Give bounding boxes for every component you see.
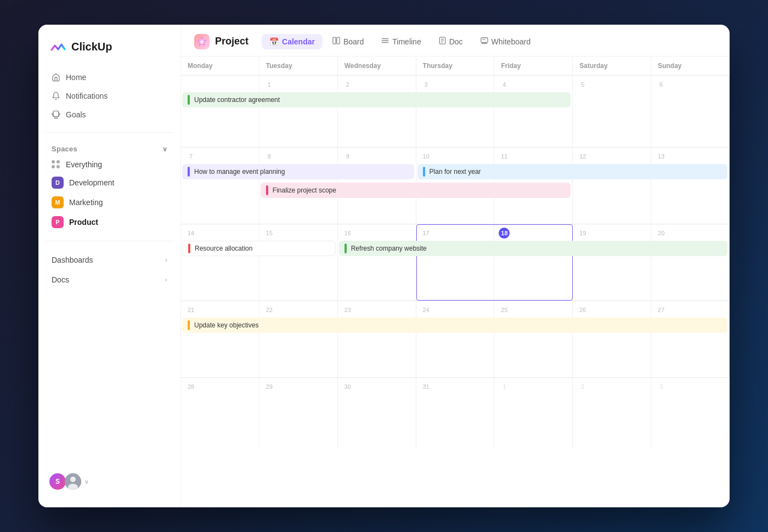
event-bar-resource[interactable]: Resource allocation — [182, 241, 336, 256]
doc-tab-icon — [439, 37, 446, 46]
user-chevron-icon[interactable]: ∨ — [84, 478, 89, 485]
cell-w5-mon: 28 — [181, 378, 259, 449]
trophy-icon — [52, 110, 60, 119]
event-label: Update contractor agreement — [194, 96, 280, 104]
whiteboard-tab-label: Whiteboard — [492, 37, 531, 46]
avatar-photo — [65, 473, 81, 490]
svg-rect-1 — [53, 111, 58, 116]
event-label-5: Resource allocation — [195, 245, 252, 252]
calendar-body: 1 2 3 4 5 6 Update contractor agreement — [181, 76, 730, 507]
cell-w4-mon: 21 — [181, 301, 259, 377]
event-bar-refresh-website[interactable]: Refresh company website — [339, 241, 727, 256]
sidebar-item-marketing[interactable]: M Marketing — [38, 193, 180, 212]
calendar-tab-label: Calendar — [282, 37, 315, 46]
event-bar-update-contractor[interactable]: Update contractor agreement — [182, 92, 571, 107]
sidebar: ClickUp Home Notifications — [38, 25, 181, 507]
svg-rect-6 — [333, 37, 336, 44]
cell-w1-sat: 5 — [573, 76, 651, 147]
tab-whiteboard[interactable]: Whiteboard — [473, 33, 539, 49]
cell-w4-wed: 23 — [338, 301, 416, 377]
timeline-tab-icon — [381, 37, 389, 46]
cell-w1-mon — [181, 76, 259, 147]
sidebar-divider-2 — [45, 241, 174, 241]
sidebar-section-docs[interactable]: Docs › — [38, 270, 180, 290]
calendar-tab-icon: 📅 — [269, 37, 279, 46]
day-header-saturday: Saturday — [573, 56, 651, 75]
project-icon — [194, 34, 210, 49]
sidebar-item-home[interactable]: Home — [45, 69, 174, 86]
cell-w4-fri: 25 — [494, 301, 573, 377]
cell-w4-sun: 27 — [651, 301, 730, 377]
event-bar-manage-event[interactable]: How to manage event planning — [182, 164, 414, 179]
cell-w3-mon: 14 — [181, 224, 259, 301]
tab-doc[interactable]: Doc — [431, 33, 471, 49]
top-bar: Project 📅 Calendar Board Timel — [181, 25, 730, 56]
cell-w3-sat: 19 — [573, 224, 651, 301]
event-label-3: Plan for next year — [430, 168, 481, 176]
sidebar-item-goals[interactable]: Goals — [45, 106, 174, 123]
cell-w2-sun: 13 — [651, 148, 730, 224]
cell-w3-tue: 15 — [259, 224, 338, 301]
everything-label: Everything — [66, 160, 102, 169]
tab-board[interactable]: Board — [325, 33, 371, 49]
bell-icon — [52, 92, 60, 100]
docs-chevron-icon: › — [165, 276, 167, 284]
notifications-label: Notifications — [66, 92, 108, 100]
sidebar-item-notifications[interactable]: Notifications — [45, 87, 174, 105]
main-content: Project 📅 Calendar Board Timel — [181, 25, 730, 507]
calendar-week-1: 1 2 3 4 5 6 Update contractor agreement — [181, 76, 730, 148]
tab-calendar[interactable]: 📅 Calendar — [262, 34, 323, 49]
cell-w5-sun: 3 — [651, 378, 730, 449]
day-header-monday: Monday — [181, 56, 259, 75]
cell-w3-wed: 16 — [338, 224, 416, 301]
sidebar-section-dashboards[interactable]: Dashboards › — [38, 250, 180, 270]
svg-rect-15 — [481, 38, 487, 43]
event-label-4: Finalize project scope — [273, 186, 336, 194]
sidebar-bottom: S ∨ — [38, 465, 180, 499]
cell-w5-sat: 2 — [573, 378, 651, 449]
project-title: Project — [215, 36, 249, 47]
calendar-wrapper: Monday Tuesday Wednesday Thursday Friday… — [181, 56, 730, 507]
event-label-6: Refresh company website — [351, 245, 427, 252]
day-header-tuesday: Tuesday — [259, 56, 338, 75]
svg-marker-5 — [198, 37, 206, 45]
calendar-week-5: 28 29 30 31 1 2 3 — [181, 378, 730, 449]
calendar-header: Monday Tuesday Wednesday Thursday Friday… — [181, 56, 730, 76]
event-bar-finalize-scope[interactable]: Finalize project scope — [261, 183, 571, 198]
cell-w3-fri-today: 18 — [494, 224, 573, 301]
view-tabs: 📅 Calendar Board Timeline — [262, 33, 538, 49]
board-tab-label: Board — [343, 37, 364, 46]
home-icon — [52, 73, 60, 82]
board-tab-icon — [332, 37, 340, 46]
cell-w4-tue: 22 — [259, 301, 338, 377]
cell-w2-mon: 7 — [181, 148, 259, 224]
tab-timeline[interactable]: Timeline — [374, 33, 428, 49]
goals-label: Goals — [66, 110, 86, 119]
whiteboard-tab-icon — [481, 37, 488, 46]
day-header-thursday: Thursday — [416, 56, 495, 75]
event-bar-plan-next-year[interactable]: Plan for next year — [417, 164, 727, 179]
sidebar-item-product[interactable]: P Product — [38, 212, 180, 232]
timeline-tab-label: Timeline — [392, 37, 421, 46]
cell-w3-thu: 17 — [416, 224, 495, 301]
cell-w4-sat: 26 — [573, 301, 651, 377]
cell-w1-fri: 4 — [494, 76, 573, 147]
calendar-week-3: 14 15 16 17 18 19 20 Resource — [181, 224, 730, 301]
product-label: Product — [69, 218, 98, 227]
event-label-2: How to manage event planning — [194, 168, 285, 176]
event-bar-update-objectives[interactable]: Update key objectives — [182, 318, 727, 333]
app-window: ClickUp Home Notifications — [38, 25, 730, 507]
marketing-label: Marketing — [69, 198, 103, 207]
spaces-chevron-icon[interactable]: ∨ — [162, 145, 167, 153]
everything-icon — [52, 160, 60, 169]
sidebar-item-development[interactable]: D Development — [38, 173, 180, 193]
event-label-7: Update key objectives — [194, 321, 258, 329]
development-badge: D — [52, 177, 64, 189]
day-header-friday: Friday — [494, 56, 573, 75]
marketing-badge: M — [52, 196, 64, 208]
clickup-logo-icon — [49, 38, 67, 55]
sidebar-item-everything[interactable]: Everything — [38, 156, 180, 173]
spaces-label: Spaces — [52, 145, 77, 153]
day-header-sunday: Sunday — [651, 56, 730, 75]
day-header-wednesday: Wednesday — [338, 56, 416, 75]
